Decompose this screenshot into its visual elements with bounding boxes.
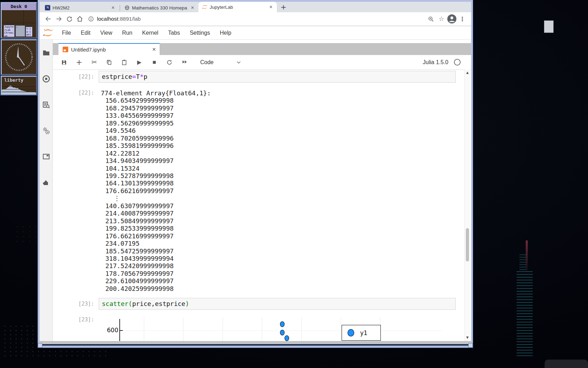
array-header: 774-element Array{Float64,1}: — [99, 89, 211, 97]
cell-input-editor[interactable]: scatter(price,estprice) — [99, 298, 456, 310]
legend-marker-icon — [348, 329, 354, 336]
url-text[interactable]: localhost:8891/lab — [97, 16, 141, 22]
jupyterlab-menubar: FileEditViewRunKernelTabsSettingsHelp — [40, 26, 471, 40]
pdf-site-favicon-icon: N — [45, 5, 50, 11]
array-value: 149.5546 — [99, 127, 211, 134]
reload-icon[interactable] — [64, 14, 75, 24]
menu-item[interactable]: Run — [117, 30, 137, 36]
notebook-scrollbar[interactable]: ▲ ▼ — [464, 69, 470, 341]
run-cell-button[interactable]: ▶ — [136, 59, 143, 66]
page-info-icon[interactable] — [88, 16, 94, 22]
jupyterlab-sidebar — [40, 40, 53, 341]
running-kernels-icon[interactable] — [42, 75, 50, 83]
monitor-hostname: liberty — [2, 77, 36, 83]
array-values-bottom: 140.63079999999997214.40087999999997213.… — [99, 202, 211, 292]
menu-items: FileEditViewRunKernelTabsSettingsHelp — [57, 30, 236, 36]
code-cell-23: [23]: scatter(price,estprice) — [53, 298, 471, 310]
cell-input-prompt: [22]: — [53, 71, 99, 83]
array-value: 214.40087999999997 — [99, 210, 211, 217]
menu-item[interactable]: Help — [215, 30, 236, 36]
browser-menu-icon[interactable]: ⋮ — [457, 14, 468, 24]
pager-divider — [2, 23, 36, 23]
browser-tab-strip: N HW2M2 ✕ Mathematics 330 Homepag ✕ — [40, 2, 471, 12]
cut-cells-button[interactable]: ✂ — [91, 59, 98, 66]
cell-input-editor[interactable]: estprice=T*p — [99, 71, 456, 83]
scatter-plot: 600 y1 — [99, 316, 456, 341]
back-icon[interactable] — [43, 14, 54, 24]
pager-body[interactable]: JupyterLab - Chromium ~ s-j a-c ani pdf — [2, 10, 36, 38]
window-resize-handle[interactable] — [468, 343, 473, 348]
command-palette-icon[interactable] — [42, 101, 50, 109]
menu-item[interactable]: Settings — [185, 30, 215, 36]
y-axis-tick — [120, 330, 123, 331]
tab-close-icon[interactable]: ✕ — [268, 5, 274, 9]
property-inspector-gears-icon[interactable] — [42, 127, 50, 135]
browser-window: N HW2M2 ✕ Mathematics 330 Homepag ✕ — [38, 0, 473, 348]
open-tabs-icon[interactable] — [42, 152, 50, 161]
pager-mini-window-jupyterlab[interactable]: JupyterLab - Chromium — [4, 25, 15, 37]
restart-kernel-icon[interactable] — [166, 59, 173, 66]
kernel-name[interactable]: Julia 1.5.0 — [423, 59, 448, 66]
array-value: 134.94034999999997 — [99, 157, 211, 164]
array-value: 185.54725999999997 — [99, 247, 211, 255]
home-icon[interactable] — [75, 14, 85, 24]
notebook-toolbar: + ✂ ▶ ■ — [53, 55, 471, 70]
menu-item[interactable]: File — [57, 30, 76, 36]
menu-item[interactable]: View — [95, 30, 117, 36]
pager-desk-title: Desk 0 — [2, 3, 36, 10]
array-value: 176.66216999999997 — [99, 232, 211, 240]
menu-item[interactable]: Edit — [76, 30, 96, 36]
legend-label: y1 — [360, 329, 368, 336]
pager-mini-window-terminal[interactable]: ~ — [15, 25, 25, 37]
window-bottom-frame — [40, 341, 471, 346]
browser-tab-jupyterlab[interactable]: JupyterLab ✕ — [198, 2, 277, 12]
zoom-icon[interactable] — [426, 14, 436, 24]
copy-cells-button[interactable] — [106, 59, 113, 66]
add-cell-button[interactable]: + — [76, 59, 83, 66]
notebook-tab-close-icon[interactable]: ✕ — [152, 47, 156, 52]
bookmark-star-icon[interactable]: ☆ — [436, 14, 447, 24]
paste-cells-button[interactable] — [121, 59, 128, 66]
array-values-top: 156.65492999999998168.29457999999997133.… — [99, 97, 211, 195]
save-button[interactable] — [61, 59, 68, 66]
window-resize-handle[interactable] — [38, 343, 42, 348]
notebook-file-icon — [63, 47, 68, 52]
file-browser-icon[interactable] — [42, 49, 50, 57]
fvwm-pager[interactable]: Desk 0 JupyterLab - Chromium ~ s-j a-c a… — [1, 2, 37, 39]
array-value: 164.13013999999998 — [99, 179, 211, 187]
array-value: 217.52420999999998 — [99, 262, 211, 270]
new-tab-button[interactable]: + — [279, 2, 288, 12]
forward-icon[interactable] — [54, 14, 64, 24]
address-bar[interactable]: localhost:8891/lab — [88, 16, 426, 22]
restart-run-all-icon[interactable] — [181, 59, 188, 66]
cell-input-prompt: [23]: — [53, 298, 99, 310]
profile-avatar[interactable] — [447, 14, 457, 24]
interrupt-kernel-button[interactable]: ■ — [151, 59, 158, 66]
output-area-23: [23]: 600 — [53, 316, 471, 341]
browser-toolbar: localhost:8891/lab ☆ ⋮ — [40, 12, 471, 26]
fvwm-clock — [1, 39, 37, 75]
tab-close-icon[interactable]: ✕ — [189, 5, 196, 10]
extension-puzzle-icon[interactable] — [42, 178, 50, 187]
cell-type-dropdown[interactable]: Code — [200, 59, 241, 66]
array-value: 199.52787999999998 — [99, 172, 211, 179]
scatter-point — [280, 330, 285, 335]
browser-tab-hw2m2[interactable]: N HW2M2 ✕ — [41, 3, 119, 12]
scrollbar-thumb[interactable] — [466, 228, 469, 261]
notebook-tab-untitled7[interactable]: Untitled7.ipynb ✕ — [58, 43, 160, 55]
array-ellipsis: ⋮ — [99, 195, 211, 202]
clock-face-icon — [2, 41, 36, 74]
array-value: 168.29457999999997 — [99, 104, 211, 112]
pager-mini-window-pdf[interactable]: s-j a-c ani pdf — [26, 27, 33, 37]
menu-item[interactable]: Tabs — [163, 30, 185, 36]
scroll-up-icon[interactable]: ▲ — [465, 70, 470, 75]
menu-item[interactable]: Kernel — [137, 30, 163, 36]
array-value: 178.70567999999997 — [99, 270, 211, 277]
kernel-status-icon[interactable] — [454, 59, 461, 66]
array-value: 199.82533999999998 — [99, 225, 211, 232]
desktop-widget-partial — [544, 20, 554, 33]
browser-tab-math-homepage[interactable]: Mathematics 330 Homepag ✕ — [121, 3, 198, 12]
wallpaper-building — [516, 240, 533, 357]
scroll-down-icon[interactable]: ▼ — [465, 335, 470, 340]
tab-close-icon[interactable]: ✕ — [110, 5, 116, 10]
